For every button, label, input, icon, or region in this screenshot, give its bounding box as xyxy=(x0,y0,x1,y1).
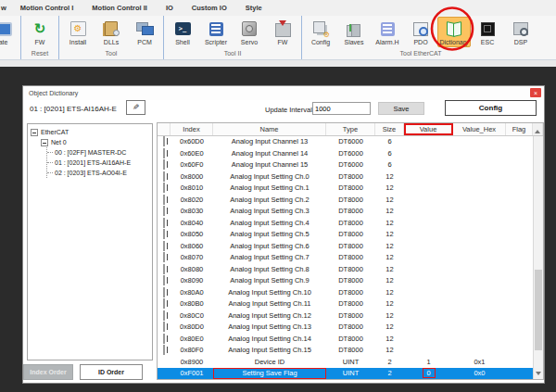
expander-cell xyxy=(158,218,171,229)
ribbon-tab-w[interactable]: w xyxy=(0,4,11,12)
table-row-0x8040[interactable]: 0x8040Analog Input Setting Ch.4DT800012 xyxy=(158,218,543,230)
expand-icon[interactable] xyxy=(163,136,165,146)
ribbon-tab-motion-control-ii[interactable]: Motion Control II xyxy=(82,4,157,12)
install-icon xyxy=(68,19,88,38)
size-cell: 12 xyxy=(375,252,404,263)
expand-icon[interactable] xyxy=(163,264,165,274)
table-row-0x8000[interactable]: 0x8000Analog Input Setting Ch.0DT800012 xyxy=(158,171,543,183)
table-row-0xf001[interactable]: 0xF001Setting Save FlagUINT200x0 xyxy=(158,368,543,380)
dialog-titlebar[interactable]: Object Dictionary xyxy=(23,86,544,100)
expand-icon[interactable] xyxy=(163,206,165,216)
table-row-0x8900[interactable]: 0x8900Device IDUINT210x1 xyxy=(158,357,543,369)
expander-cell xyxy=(158,171,171,183)
config-button[interactable]: Config xyxy=(445,100,537,116)
size-cell: 12 xyxy=(375,334,404,345)
table-row-0x8030[interactable]: 0x8030Analog Input Setting Ch.3DT800012 xyxy=(158,206,543,218)
table-row-0x80b0[interactable]: 0x80B0Analog Input Setting Ch.11DT800012 xyxy=(158,298,543,310)
table-row-0x8010[interactable]: 0x8010Analog Input Setting Ch.1DT800012 xyxy=(158,183,543,195)
table-row-0x8050[interactable]: 0x8050Analog Input Setting Ch.5DT800012 xyxy=(158,229,543,241)
toolbar-button-dlls[interactable]: DLLs xyxy=(95,17,128,47)
toolbar-button-alarm-h[interactable]: Alarm.H xyxy=(371,17,404,47)
column-header-value-hex: Value_Hex xyxy=(453,123,506,135)
table-row-0x80a0[interactable]: 0x80A0Analog Input Setting Ch.10DT800012 xyxy=(158,287,543,299)
index-cell: 0x60D0 xyxy=(171,136,213,147)
table-row-0x8090[interactable]: 0x8090Analog Input Setting Ch.9DT800012 xyxy=(158,275,543,287)
expand-icon[interactable] xyxy=(163,287,165,297)
scroll-down-icon[interactable] xyxy=(534,368,543,379)
expand-icon[interactable] xyxy=(163,218,165,228)
expand-icon[interactable] xyxy=(163,310,165,321)
toolbar-button-esc[interactable]: ESC xyxy=(471,17,504,47)
table-row-0x80e0[interactable]: 0x80E0Analog Input Setting Ch.14DT800012 xyxy=(158,334,543,346)
expand-icon[interactable] xyxy=(163,159,165,170)
toolbar-button-dsp[interactable]: DSP xyxy=(504,17,537,47)
table-row-0x60f0[interactable]: 0x60F0Analog Input Channel 15DT60006 xyxy=(158,159,543,171)
value-cell: 0 xyxy=(404,368,453,379)
size-cell: 6 xyxy=(375,148,404,159)
scrollbar-thumb[interactable] xyxy=(535,270,542,349)
tree-item-01-0201-ets-ai16ah-e[interactable]: 01 : [0201] ETS-AI16AH-E xyxy=(47,158,152,168)
expand-icon[interactable] xyxy=(163,298,165,309)
toolbar-button-servo[interactable]: Servo xyxy=(233,17,266,47)
expand-icon[interactable] xyxy=(163,241,165,251)
expand-icon[interactable] xyxy=(163,322,165,332)
table-row-0x8060[interactable]: 0x8060Analog Input Setting Ch.6DT800012 xyxy=(158,241,543,253)
dsp-icon xyxy=(511,19,531,38)
close-icon[interactable] xyxy=(530,88,541,97)
scroll-up-icon[interactable] xyxy=(533,123,543,135)
id-order-button[interactable]: ID Order xyxy=(80,364,143,380)
table-row-0x8070[interactable]: 0x8070Analog Input Setting Ch.7DT800012 xyxy=(158,252,543,264)
toolbar-button-config[interactable]: Config xyxy=(304,17,337,47)
table-row-0x8020[interactable]: 0x8020Analog Input Setting Ch.2DT800012 xyxy=(158,195,543,207)
expand-icon[interactable] xyxy=(163,334,165,344)
toolbar-button-pdo[interactable]: PDO xyxy=(404,17,437,47)
edit-device-button[interactable] xyxy=(126,100,145,115)
name-cell: Analog Input Setting Ch.7 xyxy=(213,252,326,263)
ribbon-tab-custom-io[interactable]: Custom IO xyxy=(183,4,236,12)
toolbar-button-shell[interactable]: Shell xyxy=(166,17,199,47)
collapse-icon[interactable] xyxy=(31,129,38,136)
tree-item-net-0[interactable]: Net 0 xyxy=(41,137,152,147)
ribbon-tab-io[interactable]: IO xyxy=(157,4,183,12)
toolbar-button-scripter[interactable]: Scripter xyxy=(199,17,233,47)
expand-icon[interactable] xyxy=(163,275,165,285)
update-interval-input[interactable] xyxy=(312,102,371,115)
toolbar-button-ate[interactable]: ate xyxy=(0,17,19,47)
tree-item-ethercat[interactable]: EtherCAT xyxy=(31,127,152,137)
type-cell: DT8000 xyxy=(326,264,375,275)
table-row-0x60e0[interactable]: 0x60E0Analog Input Channel 14DT60006 xyxy=(158,148,543,160)
toolbar-button-install[interactable]: Install xyxy=(61,17,95,47)
toolbar-button-dictionary[interactable]: Dictionary xyxy=(437,17,471,47)
save-button[interactable]: Save xyxy=(378,102,424,115)
expander-cell xyxy=(158,334,171,345)
expand-icon[interactable] xyxy=(163,252,165,262)
table-row-0x8080[interactable]: 0x8080Analog Input Setting Ch.8DT800012 xyxy=(158,264,543,276)
collapse-icon[interactable] xyxy=(41,139,48,146)
table-row-0x80d0[interactable]: 0x80D0Analog Input Setting Ch.13DT800012 xyxy=(158,322,543,334)
ribbon-tab-style[interactable]: Style xyxy=(236,4,272,12)
table-row-0x80f0[interactable]: 0x80F0Analog Input Setting Ch.15DT800012 xyxy=(158,345,543,357)
vertical-scrollbar[interactable] xyxy=(533,136,543,379)
table-row-0x80c0[interactable]: 0x80C0Analog Input Setting Ch.12DT800012 xyxy=(158,310,543,322)
tree-item-00-02ff-master-dc[interactable]: 00 : [02FF] MASTER-DC xyxy=(47,147,152,158)
size-cell: 12 xyxy=(375,275,404,286)
toolbar-button-fw[interactable]: FW xyxy=(266,17,299,47)
toolbar-button-pcm[interactable]: PCM xyxy=(128,17,161,47)
toolbar-button-slaves[interactable]: Slaves xyxy=(337,17,371,47)
toolbar-button-fw[interactable]: FW xyxy=(23,17,57,47)
index-order-button[interactable]: Index Order xyxy=(23,364,73,380)
tree-item-02-0203-ets-ao04i-e[interactable]: 02 : [0203] ETS-AO04I-E xyxy=(47,168,152,178)
expand-icon[interactable] xyxy=(163,345,165,355)
index-cell: 0x8900 xyxy=(171,357,213,368)
ribbon-group-label: Tool II xyxy=(166,50,299,59)
table-row-0x60d0[interactable]: 0x60D0Analog Input Channel 13DT60006 xyxy=(158,136,543,148)
type-cell: DT6000 xyxy=(326,159,375,171)
firmware-reset-icon xyxy=(30,19,50,38)
size-cell: 12 xyxy=(375,241,404,252)
expand-icon[interactable] xyxy=(163,148,165,158)
ribbon-tab-motion-control-i[interactable]: Motion Control I xyxy=(11,4,82,12)
expand-icon[interactable] xyxy=(163,183,165,193)
expand-icon[interactable] xyxy=(163,195,165,205)
expand-icon[interactable] xyxy=(163,171,165,182)
expand-icon[interactable] xyxy=(163,229,165,239)
